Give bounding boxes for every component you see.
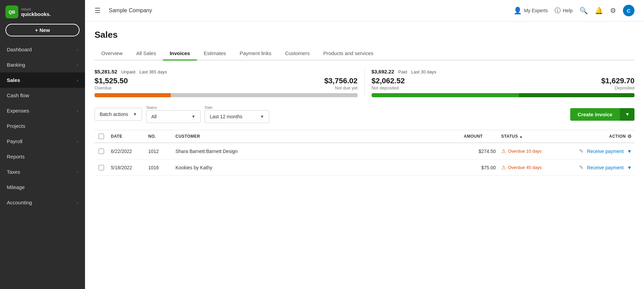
status-filter-label: Status [146,105,201,109]
row-date: 6/22/2022 [108,149,146,154]
sidebar-label: Expenses [7,108,77,114]
sidebar-label: Reports [7,154,78,159]
overdue-label: Overdue 10 days [508,149,542,154]
sidebar-item-reports[interactable]: Reports [0,149,85,164]
sidebar-item-cash-flow[interactable]: Cash flow [0,88,85,103]
batch-actions-dropdown[interactable]: Batch actions ▼ [95,108,142,121]
row-date: 5/18/2022 [108,165,146,170]
tab-invoices[interactable]: Invoices [163,47,197,61]
table-header-row: DATE NO. CUSTOMER AMOUNT STATUS ▲ ACTION… [95,130,634,143]
sidebar-item-banking[interactable]: Banking› [0,57,85,72]
not-due-value: $3,756.02 Not due yet [324,76,358,90]
receive-payment-dropdown-icon[interactable]: ▼ [627,149,632,154]
sidebar-item-projects[interactable]: Projects [0,118,85,134]
create-invoice-main-button[interactable]: Create invoice [570,108,620,121]
sidebar-item-taxes[interactable]: Taxes› [0,164,85,180]
user-avatar[interactable]: C [623,5,634,16]
overdue-alert-icon: ⚠ [501,164,506,171]
sidebar-logo: QB intuit quickbooks. [0,0,85,22]
status-dropdown[interactable]: All ▼ [146,110,201,123]
create-invoice-button[interactable]: Create invoice ▼ [570,108,634,121]
header-check-col [95,134,108,139]
status-filter-wrap: Status All ▼ [146,105,201,123]
date-dropdown[interactable]: Last 12 months ▼ [205,110,269,123]
sidebar-label: Mileage [7,184,78,190]
unpaid-progress-bar [95,93,358,97]
row-amount: $274.50 [461,149,498,154]
row-action: ✎ Receive payment ▼ [560,164,634,171]
date-filter-label: Date [205,105,269,109]
paid-status-label: Paid [398,69,407,74]
sidebar-item-payroll[interactable]: Payroll› [0,134,85,149]
notification-bell-icon[interactable]: 🔔 [595,6,603,15]
settings-gear-icon[interactable]: ⚙ [610,6,616,15]
chevron-right-icon: › [77,109,78,113]
tab-estimates[interactable]: Estimates [197,47,233,61]
create-invoice-dropdown-button[interactable]: ▼ [620,108,634,121]
help-button[interactable]: ⓘ Help [555,6,573,15]
paid-progress-bar [372,93,635,97]
action-settings-icon[interactable]: ⚙ [627,134,632,139]
sidebar-label: Cash flow [7,92,78,98]
receive-payment-link[interactable]: Receive payment [587,149,624,154]
page-content: Sales OverviewAll SalesInvoicesEstimates… [85,21,644,289]
row-check-col [95,149,108,154]
table-row: 6/22/2022 1012 Shara Barnett:Barnett Des… [95,143,634,159]
header-action-col: ACTION ⚙ [560,134,634,139]
not-deposited-value: $2,062.52 Not deposited [372,76,405,90]
tab-products-and-services[interactable]: Products and services [317,47,380,61]
search-icon[interactable]: 🔍 [579,6,588,15]
tab-customers[interactable]: Customers [278,47,317,61]
sidebar-label: Projects [7,123,78,129]
hamburger-menu-icon[interactable]: ☰ [95,6,101,15]
chevron-right-icon: › [77,78,78,82]
sidebar-item-dashboard[interactable]: Dashboard› [0,42,85,57]
sidebar-item-accounting[interactable]: Accounting› [0,195,85,210]
date-chevron-icon: ▼ [260,114,264,119]
my-experts-button[interactable]: 👤 My Experts [513,6,548,15]
sidebar-label: Accounting [7,200,77,205]
company-name: Sample Company [109,7,508,14]
topbar-actions: 👤 My Experts ⓘ Help 🔍 🔔 ⚙ C [513,5,634,16]
header-no-col: NO. [146,134,173,139]
unpaid-total-amount: $5,281.52 [95,69,117,74]
edit-icon[interactable]: ✎ [579,148,583,154]
quickbooks-logo-icon: QB [5,5,18,18]
chevron-right-icon: › [77,201,78,205]
header-date-col: DATE [108,134,146,139]
table-body: 6/22/2022 1012 Shara Barnett:Barnett Des… [95,143,634,176]
summary-section: $5,281.52 Unpaid Last 365 days $1,525.50… [95,69,634,97]
sidebar-label: Payroll [7,138,77,144]
sidebar-item-expenses[interactable]: Expenses› [0,103,85,118]
header-status-col: STATUS ▲ [498,134,560,139]
row-action: ✎ Receive payment ▼ [560,148,634,154]
table-row: 5/18/2022 1016 Kookies by Kathy $75.00 ⚠… [95,159,634,176]
paid-period: Last 30 days [411,69,436,74]
sidebar: QB intuit quickbooks. + New Dashboard›Ba… [0,0,85,289]
sidebar-label: Taxes [7,169,77,175]
sidebar-item-mileage[interactable]: Mileage [0,180,85,195]
new-button[interactable]: + New [5,24,80,36]
not-deposited-bar [372,93,519,97]
select-all-checkbox[interactable] [99,134,104,139]
chevron-right-icon: › [77,139,78,143]
tab-overview[interactable]: Overview [95,47,130,61]
edit-icon[interactable]: ✎ [579,164,583,171]
row-no: 1016 [146,165,173,170]
tab-payment-links[interactable]: Payment links [233,47,278,61]
receive-payment-dropdown-icon[interactable]: ▼ [627,165,632,170]
chevron-right-icon: › [77,48,78,52]
not-due-bar [171,93,357,97]
row-status: ⚠ Overdue 45 days [498,164,560,171]
row-status: ⚠ Overdue 10 days [498,148,560,154]
row-checkbox-1[interactable] [99,165,104,170]
date-filter-wrap: Date Last 12 months ▼ [205,105,269,123]
row-checkbox-0[interactable] [99,149,104,154]
tab-all-sales[interactable]: All Sales [130,47,163,61]
help-icon: ⓘ [555,6,561,15]
receive-payment-link[interactable]: Receive payment [587,165,624,170]
sidebar-item-sales[interactable]: Sales› [0,72,85,88]
status-chevron-icon: ▼ [191,114,196,119]
overdue-value: $1,525.50 Overdue [95,76,128,90]
chevron-right-icon: › [77,63,78,67]
